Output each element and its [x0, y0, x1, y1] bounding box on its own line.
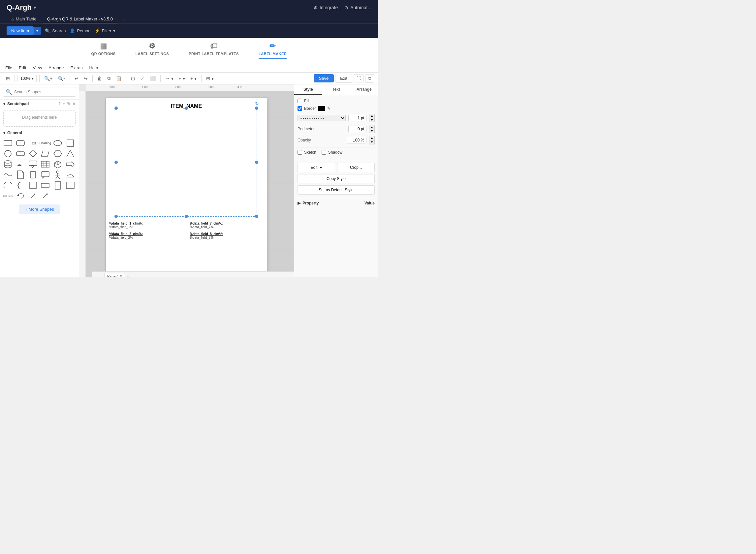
- edit-button[interactable]: Edit ▾: [298, 163, 335, 172]
- integrate-button[interactable]: ⊕ Integrate: [314, 5, 338, 10]
- shape-heading[interactable]: Heading: [40, 138, 50, 148]
- shadow-checkbox[interactable]: [322, 150, 326, 155]
- shape-brace[interactable]: [15, 181, 26, 190]
- shape-rect-wide[interactable]: [40, 181, 50, 190]
- paste-button[interactable]: 📋: [114, 74, 123, 82]
- shape-text[interactable]: Text: [28, 138, 38, 148]
- shape-cube[interactable]: [52, 160, 63, 169]
- zoom-out-button[interactable]: 🔍-: [56, 74, 67, 82]
- shape-callout[interactable]: [28, 160, 38, 169]
- shape-cloud[interactable]: ☁: [15, 160, 26, 169]
- tab-text[interactable]: Text: [322, 85, 350, 95]
- tab-label-settings[interactable]: ⚙ LABEL SETTINGS: [136, 42, 169, 59]
- shape-undo[interactable]: [15, 191, 26, 201]
- search-button[interactable]: 🔍 Search: [45, 29, 66, 33]
- fullscreen-button[interactable]: ⛶: [354, 74, 364, 82]
- shape-rounded-rect[interactable]: [15, 138, 26, 148]
- sketch-checkbox[interactable]: [298, 150, 302, 155]
- brand-logo[interactable]: Q-Argh ▾: [7, 3, 36, 12]
- handle-bottom-left[interactable]: [114, 215, 118, 218]
- add-page-button[interactable]: +: [126, 273, 129, 277]
- zoom-selector[interactable]: 100% ▾: [17, 75, 37, 82]
- person-button[interactable]: 👤 Person: [70, 29, 90, 33]
- shape-table[interactable]: [40, 160, 50, 169]
- add-button[interactable]: + ▾: [188, 74, 199, 82]
- line-button[interactable]: ⟋: [138, 74, 147, 82]
- tab-label-maker[interactable]: Q-Argh QR & Label Maker - v3.5.0: [43, 15, 117, 23]
- zoom-in-button[interactable]: 🔍+: [42, 74, 54, 82]
- tab-style[interactable]: Style: [294, 85, 322, 95]
- menu-arrange[interactable]: Arrange: [49, 65, 64, 70]
- shape-page[interactable]: [15, 170, 26, 179]
- fill-button[interactable]: ⬡: [129, 74, 137, 82]
- exit-button[interactable]: Exit: [335, 74, 352, 83]
- shape-arc[interactable]: [3, 181, 13, 190]
- tab-print-templates[interactable]: 🏷 PRINT LABEL TEMPLATES: [189, 42, 239, 59]
- border-width-up[interactable]: ▲: [369, 114, 375, 118]
- shape-rect-tall[interactable]: [52, 181, 63, 190]
- scratchpad-add-icon[interactable]: +: [63, 102, 65, 106]
- shape-diamond[interactable]: [28, 149, 38, 158]
- general-section-header[interactable]: ▾ General: [0, 129, 79, 137]
- scratchpad-help-icon[interactable]: ?: [58, 102, 61, 106]
- border-style-select[interactable]: - - - - - - - - - - - ───────── ┅┅┅┅┅┅: [298, 115, 346, 121]
- perimeter-down[interactable]: ▼: [369, 129, 375, 133]
- tab-qr-options[interactable]: ▦ QR OPTIONS: [91, 42, 116, 59]
- set-default-style-button[interactable]: Set as Default Style: [298, 185, 375, 195]
- menu-extras[interactable]: Extras: [70, 65, 83, 70]
- new-item-button[interactable]: New item: [7, 26, 34, 35]
- menu-view[interactable]: View: [33, 65, 42, 70]
- shape-person[interactable]: [52, 170, 63, 179]
- panel-toggle-button[interactable]: ⊞: [4, 74, 12, 82]
- redo-button[interactable]: ↪: [82, 74, 90, 82]
- scratchpad-close-icon[interactable]: ✕: [72, 102, 75, 106]
- border-width-input[interactable]: [348, 115, 367, 121]
- copy-button[interactable]: ⧉: [105, 74, 112, 82]
- automate-button[interactable]: ⊙ Automat...: [344, 5, 371, 10]
- shape-half-circle[interactable]: [65, 170, 75, 179]
- perimeter-input[interactable]: [348, 126, 367, 132]
- menu-edit[interactable]: Edit: [19, 65, 26, 70]
- shape-hexagon[interactable]: [52, 149, 63, 158]
- shape-arrow-right[interactable]: [65, 160, 75, 169]
- shape-rect-round[interactable]: [15, 149, 26, 158]
- canvas-area[interactable]: 0.00 1.00 2.00 3.00 4.00 ITEM_NAME: [79, 85, 294, 277]
- more-shapes-button[interactable]: + More Shapes: [19, 205, 60, 214]
- filter-button[interactable]: ⚡ Filter ▾: [95, 29, 116, 33]
- page-more-button[interactable]: ⋮: [95, 273, 103, 277]
- copy-style-button[interactable]: Copy Style: [298, 174, 375, 183]
- crop-button[interactable]: Crop...: [337, 163, 375, 172]
- arrow-button[interactable]: → ▾: [163, 74, 175, 82]
- shape-wave[interactable]: [3, 170, 13, 179]
- shape-rect-small[interactable]: [28, 181, 38, 190]
- collapse-button[interactable]: ⧉: [365, 74, 374, 83]
- canvas-content[interactable]: ITEM_NAME ↻ %data: [86, 91, 294, 277]
- shape-rectangle[interactable]: [3, 138, 13, 148]
- shape-square[interactable]: [65, 138, 75, 148]
- shape-list-item[interactable]: List Item: [3, 191, 13, 201]
- handle-middle-left[interactable]: [114, 161, 118, 164]
- scratchpad-edit-icon[interactable]: ✎: [67, 102, 70, 106]
- handle-middle-right[interactable]: [255, 161, 258, 164]
- menu-file[interactable]: File: [5, 65, 12, 70]
- scratchpad-header[interactable]: ▾ Scratchpad ? + ✎ ✕: [0, 99, 79, 108]
- handle-top-left[interactable]: [114, 107, 118, 110]
- border-checkbox[interactable]: [298, 106, 302, 111]
- search-shapes-input[interactable]: [14, 90, 73, 94]
- shape-cylinder[interactable]: [3, 160, 13, 169]
- border-width-down[interactable]: ▼: [369, 118, 375, 122]
- shape-speech-bubble[interactable]: [40, 170, 50, 179]
- tab-label-maker[interactable]: ✏ LABEL MAKER: [259, 42, 287, 59]
- selected-element[interactable]: ↻: [116, 108, 257, 217]
- shape-circle[interactable]: [3, 149, 13, 158]
- border-edit-icon[interactable]: ✎: [327, 107, 330, 111]
- shape-arrow-up-right[interactable]: [40, 191, 50, 201]
- property-section-header[interactable]: ▶ Property Value: [298, 201, 375, 206]
- shape-triangle[interactable]: [65, 149, 75, 158]
- fill-checkbox[interactable]: [298, 99, 302, 103]
- new-item-dropdown-button[interactable]: ▾: [34, 27, 41, 35]
- rotate-handle[interactable]: ↻: [255, 101, 258, 104]
- shape-bracket[interactable]: [28, 170, 38, 179]
- tab-main-table[interactable]: ⌂ Main Table: [7, 15, 41, 23]
- border-color-swatch[interactable]: [318, 106, 325, 111]
